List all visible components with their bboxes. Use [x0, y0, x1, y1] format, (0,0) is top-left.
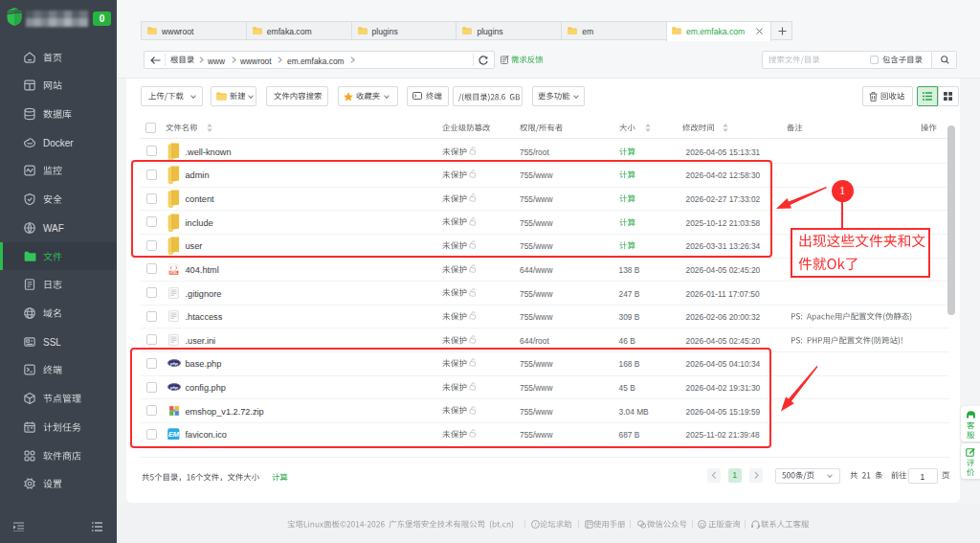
svg-text:Q: Q	[700, 521, 704, 527]
svg-text:HTML: HTML	[169, 271, 177, 275]
svg-text:!: !	[535, 521, 537, 527]
